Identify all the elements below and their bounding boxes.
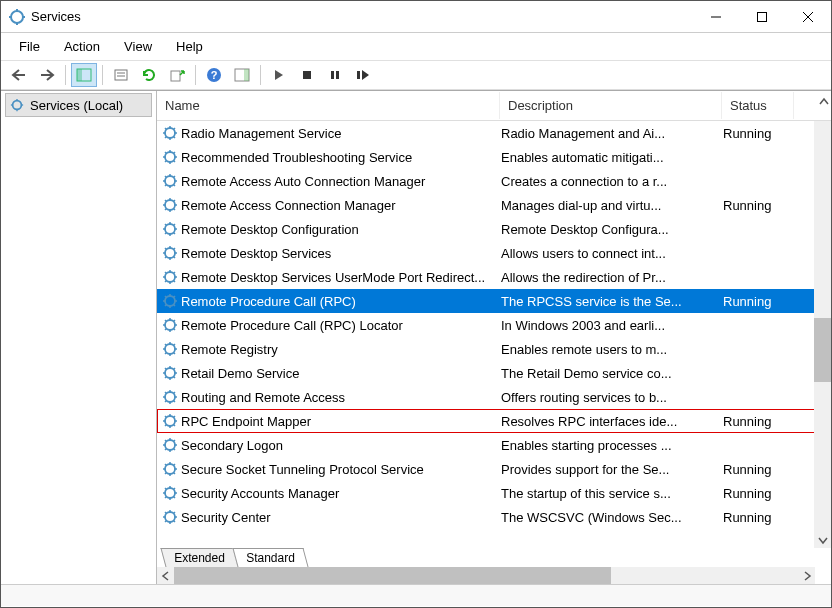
svg-line-151 xyxy=(174,449,176,451)
gear-icon xyxy=(161,292,179,310)
gear-icon xyxy=(161,508,179,526)
svg-line-133 xyxy=(174,401,176,403)
scrollbar-track[interactable] xyxy=(814,121,831,531)
svg-line-97 xyxy=(174,305,176,307)
service-row[interactable]: Remote Access Auto Connection ManagerCre… xyxy=(157,169,831,193)
horizontal-scrollbar[interactable] xyxy=(157,567,815,584)
properties-button[interactable] xyxy=(108,63,134,87)
service-row[interactable]: Routing and Remote AccessOffers routing … xyxy=(157,385,831,409)
service-row[interactable]: Security CenterThe WSCSVC (Windows Sec..… xyxy=(157,505,831,529)
column-header-description[interactable]: Description xyxy=(500,92,722,119)
tab-extended[interactable]: Extended xyxy=(160,548,238,567)
gear-icon xyxy=(161,316,179,334)
svg-rect-21 xyxy=(336,71,339,79)
svg-line-78 xyxy=(165,248,167,250)
svg-line-134 xyxy=(174,392,176,394)
service-status: Running xyxy=(723,510,795,525)
scrollbar-thumb[interactable] xyxy=(814,318,831,382)
service-row[interactable]: Remote Access Connection ManagerManages … xyxy=(157,193,831,217)
svg-line-177 xyxy=(165,512,167,514)
svg-rect-6 xyxy=(758,12,767,21)
svg-line-115 xyxy=(174,353,176,355)
svg-line-107 xyxy=(174,320,176,322)
svg-line-126 xyxy=(165,377,167,379)
svg-line-51 xyxy=(165,176,167,178)
service-status: Running xyxy=(723,462,795,477)
tab-standard[interactable]: Standard xyxy=(232,548,308,567)
service-row[interactable]: Retail Demo ServiceThe Retail Demo servi… xyxy=(157,361,831,385)
scroll-right-arrow[interactable] xyxy=(798,567,815,584)
svg-line-69 xyxy=(165,224,167,226)
svg-line-70 xyxy=(174,233,176,235)
forward-button[interactable] xyxy=(34,63,60,87)
menu-action[interactable]: Action xyxy=(52,35,112,58)
service-row[interactable]: RPC Endpoint MapperResolves RPC interfac… xyxy=(157,409,831,433)
service-row[interactable]: Remote Procedure Call (RPC) LocatorIn Wi… xyxy=(157,313,831,337)
service-description: The startup of this service s... xyxy=(501,486,723,501)
svg-line-169 xyxy=(174,497,176,499)
svg-rect-20 xyxy=(331,71,334,79)
help-button[interactable]: ? xyxy=(201,63,227,87)
svg-line-62 xyxy=(174,200,176,202)
stop-service-button[interactable] xyxy=(294,63,320,87)
svg-line-105 xyxy=(165,320,167,322)
svg-line-34 xyxy=(174,137,176,139)
svg-point-23 xyxy=(13,101,22,110)
service-row[interactable]: Radio Management ServiceRadio Management… xyxy=(157,121,831,145)
svg-line-63 xyxy=(165,209,167,211)
scroll-left-arrow[interactable] xyxy=(157,567,174,584)
column-header-status[interactable]: Status xyxy=(722,92,794,119)
service-row[interactable]: Remote Desktop ServicesAllows users to c… xyxy=(157,241,831,265)
service-name: Remote Desktop Services UserMode Port Re… xyxy=(181,270,501,285)
svg-rect-14 xyxy=(171,71,180,81)
svg-line-152 xyxy=(174,440,176,442)
close-button[interactable] xyxy=(785,1,831,33)
scrollbar-thumb[interactable] xyxy=(174,567,611,584)
service-row[interactable]: Remote RegistryEnables remote users to m… xyxy=(157,337,831,361)
minimize-button[interactable] xyxy=(693,1,739,33)
maximize-button[interactable] xyxy=(739,1,785,33)
pause-service-button[interactable] xyxy=(322,63,348,87)
menu-file[interactable]: File xyxy=(7,35,52,58)
export-button[interactable] xyxy=(164,63,190,87)
service-list[interactable]: Radio Management ServiceRadio Management… xyxy=(157,121,831,584)
service-row[interactable]: Recommended Troubleshooting ServiceEnabl… xyxy=(157,145,831,169)
service-row[interactable]: Secondary LogonEnables starting processe… xyxy=(157,433,831,457)
refresh-button[interactable] xyxy=(136,63,162,87)
service-row[interactable]: Remote Procedure Call (RPC)The RPCSS ser… xyxy=(157,289,831,313)
service-name: Recommended Troubleshooting Service xyxy=(181,150,501,165)
svg-line-61 xyxy=(174,209,176,211)
service-description: The WSCSVC (Windows Sec... xyxy=(501,510,723,525)
scroll-up-indicator[interactable] xyxy=(819,97,829,107)
service-description: Manages dial-up and virtu... xyxy=(501,198,723,213)
tree-node-services-local[interactable]: Services (Local) xyxy=(5,93,152,117)
menu-help[interactable]: Help xyxy=(164,35,215,58)
menu-view[interactable]: View xyxy=(112,35,164,58)
service-row[interactable]: Remote Desktop Services UserMode Port Re… xyxy=(157,265,831,289)
service-description: Resolves RPC interfaces ide... xyxy=(501,414,723,429)
service-row[interactable]: Security Accounts ManagerThe startup of … xyxy=(157,481,831,505)
column-header-name[interactable]: Name xyxy=(157,92,500,119)
scroll-down-arrow[interactable] xyxy=(814,531,831,548)
action-pane-button[interactable] xyxy=(229,63,255,87)
service-description: In Windows 2003 and earli... xyxy=(501,318,723,333)
svg-line-79 xyxy=(174,257,176,259)
back-button[interactable] xyxy=(6,63,32,87)
restart-service-button[interactable] xyxy=(350,63,376,87)
svg-rect-10 xyxy=(77,69,82,81)
service-description: Offers routing services to b... xyxy=(501,390,723,405)
service-row[interactable]: Remote Desktop ConfigurationRemote Deskt… xyxy=(157,217,831,241)
window-title: Services xyxy=(31,9,693,24)
show-hide-tree-button[interactable] xyxy=(71,63,97,87)
service-name: Remote Procedure Call (RPC) xyxy=(181,294,501,309)
vertical-scrollbar[interactable] xyxy=(814,121,831,548)
svg-line-53 xyxy=(174,176,176,178)
service-name: RPC Endpoint Mapper xyxy=(181,414,501,429)
column-headers: Name Description Status xyxy=(157,91,831,121)
service-description: The Retail Demo service co... xyxy=(501,366,723,381)
service-row[interactable]: Secure Socket Tunneling Protocol Service… xyxy=(157,457,831,481)
start-service-button[interactable] xyxy=(266,63,292,87)
service-name: Remote Desktop Services xyxy=(181,246,501,261)
scrollbar-track[interactable] xyxy=(174,567,798,584)
gear-icon xyxy=(161,340,179,358)
